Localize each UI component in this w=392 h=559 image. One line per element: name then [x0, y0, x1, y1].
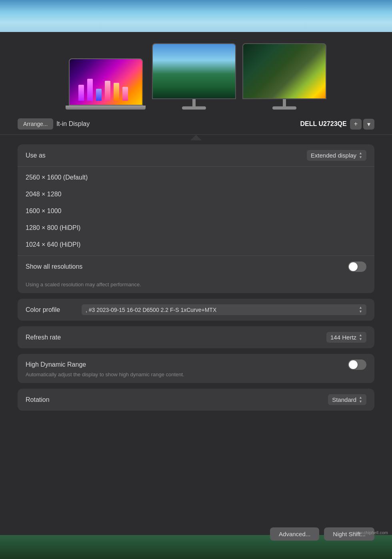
tab-builtin-label[interactable]: lt-in Display — [56, 120, 90, 128]
laptop-base — [66, 106, 146, 110]
tab-arrange-button[interactable]: Arrange... — [18, 118, 53, 130]
rotation-row: Rotation Standard ▲ ▼ — [18, 389, 374, 411]
resolution-panel: Use as Extended display ▲ ▼ 2560 × 1600 … — [18, 144, 374, 293]
hdr-label: High Dynamic Range — [26, 361, 86, 368]
show-all-resolutions-row: Show all resolutions — [18, 256, 374, 278]
resolution-item[interactable]: 1280 × 800 (HiDPI) — [18, 220, 374, 236]
tab-controls: + ▾ — [350, 119, 374, 130]
stepper-down-icon: ▼ — [359, 337, 362, 341]
rotation-selector[interactable]: Standard ▲ ▼ — [328, 394, 366, 405]
monitor1-screen — [152, 43, 236, 99]
displays-preview — [0, 35, 392, 114]
tab-dell-label[interactable]: DELL U2723QE — [300, 120, 346, 128]
monitor1-stand — [182, 99, 206, 110]
hdr-panel: High Dynamic Range Automatically adjust … — [18, 354, 374, 383]
stepper-up-icon: ▲ — [359, 333, 362, 337]
show-all-resolutions-label: Show all resolutions — [26, 263, 82, 270]
stepper-down-icon: ▼ — [359, 310, 362, 313]
settings-area: Use as Extended display ▲ ▼ 2560 × 1600 … — [0, 140, 392, 423]
hdr-description: Automatically adjust the display to show… — [26, 371, 234, 377]
rotation-stepper-arrows: ▲ ▼ — [359, 396, 362, 403]
stepper-down-icon: ▼ — [359, 156, 362, 159]
color-profile-stepper-arrows: ▲ ▼ — [359, 306, 362, 313]
color-profile-value: , #3 2023-09-15 16-02 D6500 2.2 F-S 1xCu… — [86, 307, 356, 313]
tab-plus-button[interactable]: + — [350, 119, 362, 130]
refresh-rate-selector[interactable]: 144 Hertz ▲ ▼ — [326, 332, 366, 343]
laptop-display-thumb[interactable] — [66, 58, 146, 110]
color-profile-row: Color profile , #3 2023-09-15 16-02 D650… — [18, 299, 374, 321]
monitor2-screen — [242, 43, 326, 99]
resolution-item[interactable]: 1024 × 640 (HiDPI) — [18, 236, 374, 253]
advanced-button[interactable]: Advanced... — [270, 527, 319, 541]
stepper-up-icon: ▲ — [359, 306, 362, 309]
use-as-label: Use as — [26, 152, 46, 159]
color-profile-panel: Color profile , #3 2023-09-15 16-02 D650… — [18, 299, 374, 321]
rotation-panel: Rotation Standard ▲ ▼ — [18, 389, 374, 411]
rotation-value: Standard — [332, 396, 356, 403]
tab-bar: Arrange... lt-in Display DELL U2723QE + … — [0, 114, 392, 135]
refresh-rate-panel: Refresh rate 144 Hertz ▲ ▼ — [18, 326, 374, 348]
resolution-item[interactable]: 1600 × 1000 — [18, 203, 374, 220]
hdr-top-row: High Dynamic Range — [26, 359, 366, 370]
resolution-list: 2560 × 1600 (Default) 2048 × 1280 1600 ×… — [18, 167, 374, 256]
toggle-knob — [349, 262, 358, 271]
refresh-rate-label: Refresh rate — [26, 334, 61, 341]
stepper-down-icon: ▼ — [359, 400, 362, 403]
tab-indicator-arrow — [0, 135, 392, 140]
refresh-rate-stepper-arrows: ▲ ▼ — [359, 333, 362, 341]
show-all-resolutions-toggle[interactable] — [348, 262, 366, 272]
stepper-up-icon: ▲ — [359, 152, 362, 155]
refresh-rate-row: Refresh rate 144 Hertz ▲ ▼ — [18, 326, 374, 348]
tab-chevron-button[interactable]: ▾ — [363, 119, 374, 130]
use-as-row: Use as Extended display ▲ ▼ — [18, 144, 374, 167]
rotation-label: Rotation — [26, 396, 50, 403]
color-profile-label: Color profile — [26, 306, 82, 313]
resolution-item[interactable]: 2048 × 1280 — [18, 186, 374, 203]
hdr-toggle[interactable] — [348, 359, 366, 370]
color-profile-selector[interactable]: , #3 2023-09-15 16-02 D6500 2.2 F-S 1xCu… — [82, 304, 366, 315]
stepper-up-icon: ▲ — [359, 396, 362, 399]
laptop-screen — [69, 58, 143, 106]
monitor2-stand — [272, 99, 296, 110]
watermark-site: www.chiphell.com — [353, 530, 388, 535]
performance-note: Using a scaled resolution may affect per… — [18, 278, 374, 293]
refresh-rate-value: 144 Hertz — [330, 334, 356, 341]
use-as-selector[interactable]: Extended display ▲ ▼ — [307, 150, 366, 161]
monitor2-display-thumb[interactable] — [242, 43, 326, 110]
use-as-value: Extended display — [311, 152, 356, 159]
watermark: www.chiphell.com — [353, 530, 388, 535]
hdr-toggle-knob — [349, 360, 358, 369]
bottom-buttons-area: Advanced... Night Shift... — [0, 521, 392, 547]
resolution-item[interactable]: 2560 × 1600 (Default) — [18, 169, 374, 186]
monitor1-display-thumb[interactable] — [152, 43, 236, 110]
use-as-stepper-arrows: ▲ ▼ — [359, 152, 362, 159]
